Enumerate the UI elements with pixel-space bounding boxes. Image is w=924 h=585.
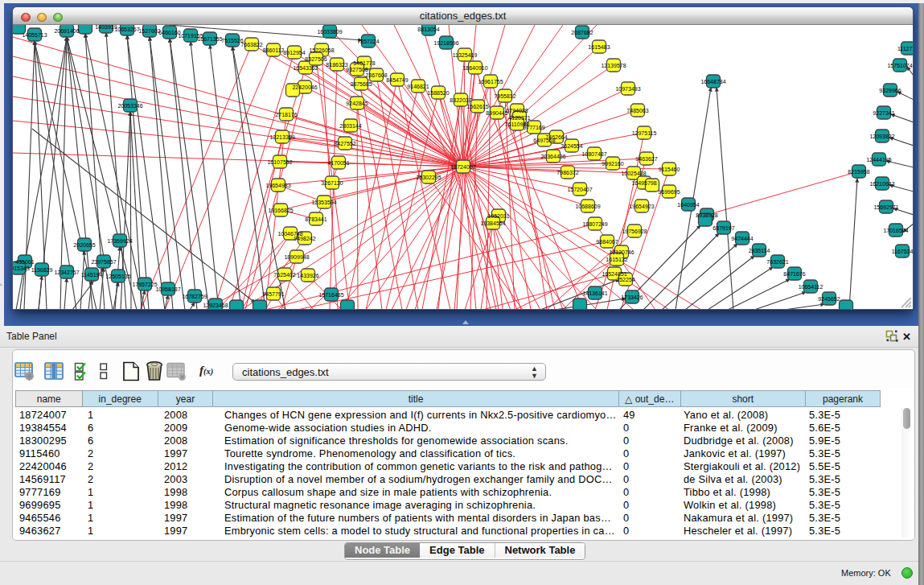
svg-text:7955812: 7955812 bbox=[494, 93, 515, 99]
svg-text:19654983: 19654983 bbox=[265, 183, 290, 188]
svg-text:2367608: 2367608 bbox=[365, 72, 387, 78]
svg-text:9115460: 9115460 bbox=[659, 167, 680, 172]
svg-text:8938928: 8938928 bbox=[696, 212, 717, 218]
svg-text:1615132: 1615132 bbox=[606, 257, 627, 262]
svg-text:8327506: 8327506 bbox=[305, 56, 326, 62]
svg-text:1562615: 1562615 bbox=[466, 104, 488, 109]
svg-text:8186323: 8186323 bbox=[326, 62, 347, 68]
svg-text:16210643: 16210643 bbox=[869, 181, 894, 187]
svg-text:8990445: 8990445 bbox=[486, 110, 507, 116]
svg-text:10025438: 10025438 bbox=[621, 171, 646, 176]
svg-text:1112774: 1112774 bbox=[897, 46, 913, 51]
svg-text:15720407: 15720407 bbox=[567, 187, 592, 192]
svg-text:12975115: 12975115 bbox=[632, 130, 657, 136]
svg-text:1952031: 1952031 bbox=[487, 213, 509, 219]
svg-text:9777169: 9777169 bbox=[523, 125, 544, 130]
svg-text:9327508: 9327508 bbox=[346, 67, 368, 72]
svg-text:12093832: 12093832 bbox=[869, 134, 894, 139]
svg-text:7462664: 7462664 bbox=[545, 134, 567, 140]
svg-text:9463627: 9463627 bbox=[635, 156, 657, 162]
svg-text:8783441: 8783441 bbox=[305, 216, 326, 222]
svg-text:7857224: 7857224 bbox=[357, 39, 379, 44]
svg-text:16033809: 16033809 bbox=[317, 29, 342, 35]
svg-text:1615483: 1615483 bbox=[588, 44, 610, 50]
svg-text:10688609: 10688609 bbox=[575, 204, 600, 209]
svg-text:1145194: 1145194 bbox=[81, 272, 103, 278]
svg-text:9329966: 9329966 bbox=[879, 88, 901, 93]
svg-text:1733426: 1733426 bbox=[621, 295, 643, 300]
svg-text:8860112: 8860112 bbox=[263, 47, 285, 53]
svg-text:1588520: 1588520 bbox=[427, 90, 449, 96]
svg-text:2020655: 2020655 bbox=[73, 242, 95, 248]
svg-text:9992160: 9992160 bbox=[602, 161, 623, 167]
svg-text:23975857: 23975857 bbox=[91, 259, 116, 265]
svg-text:16648784: 16648784 bbox=[700, 79, 725, 84]
svg-text:19756928: 19756928 bbox=[622, 229, 647, 234]
svg-text:8471676: 8471676 bbox=[783, 271, 805, 277]
svg-text:9227341: 9227341 bbox=[873, 110, 894, 116]
svg-text:8427552: 8427552 bbox=[334, 141, 355, 146]
svg-text:9146821: 9146821 bbox=[407, 84, 429, 89]
svg-text:1433926: 1433926 bbox=[297, 273, 318, 278]
svg-text:10958187: 10958187 bbox=[155, 286, 180, 292]
svg-text:1156829: 1156829 bbox=[31, 267, 53, 273]
svg-text:18640910: 18640910 bbox=[462, 65, 487, 71]
svg-text:1640954: 1640954 bbox=[677, 202, 699, 208]
svg-text:7663822: 7663822 bbox=[240, 42, 262, 47]
svg-text:12342757: 12342757 bbox=[54, 270, 79, 275]
svg-text:14136141: 14136141 bbox=[582, 290, 607, 296]
svg-text:8215958: 8215958 bbox=[848, 169, 869, 175]
svg-text:3875685: 3875685 bbox=[350, 81, 372, 87]
svg-text:14055713: 14055713 bbox=[22, 32, 47, 38]
svg-text:12444195: 12444195 bbox=[866, 157, 891, 163]
svg-text:17957225: 17957225 bbox=[132, 282, 157, 287]
svg-text:16120746: 16120746 bbox=[609, 249, 634, 255]
svg-text:16107552: 16107552 bbox=[267, 159, 292, 165]
svg-text:7625402: 7625402 bbox=[273, 272, 295, 278]
svg-text:19384554: 19384554 bbox=[480, 220, 505, 226]
svg-text:12353594: 12353594 bbox=[311, 200, 336, 205]
svg-text:10653267: 10653267 bbox=[114, 27, 139, 32]
svg-text:2935114: 2935114 bbox=[749, 248, 770, 253]
svg-text:10807487: 10807487 bbox=[581, 151, 606, 157]
svg-text:16671355: 16671355 bbox=[197, 36, 222, 42]
svg-text:1527602: 1527602 bbox=[138, 28, 160, 34]
svg-text:18909948: 18909948 bbox=[284, 254, 309, 260]
svg-text:6879197: 6879197 bbox=[713, 225, 734, 231]
svg-text:11325419: 11325419 bbox=[453, 52, 478, 58]
svg-text:15692971: 15692971 bbox=[873, 204, 898, 210]
svg-text:8912954: 8912954 bbox=[283, 50, 305, 56]
svg-text:3624554: 3624554 bbox=[561, 143, 582, 149]
svg-text:20364436: 20364436 bbox=[540, 154, 565, 159]
svg-text:16961755: 16961755 bbox=[478, 79, 503, 84]
svg-text:1167534: 1167534 bbox=[892, 249, 913, 254]
svg-text:10973493: 10973493 bbox=[615, 86, 640, 92]
svg-text:15751074: 15751074 bbox=[887, 63, 912, 68]
svg-text:19218596: 19218596 bbox=[433, 40, 458, 46]
svg-text:4170051: 4170051 bbox=[327, 160, 349, 166]
svg-text:15226058: 15226058 bbox=[309, 47, 334, 53]
svg-text:7485063: 7485063 bbox=[626, 108, 648, 113]
svg-text:5461778: 5461778 bbox=[353, 60, 375, 66]
svg-text:2087682: 2087682 bbox=[571, 30, 593, 35]
svg-text:9245652: 9245652 bbox=[818, 296, 840, 302]
svg-text:8454749: 8454749 bbox=[386, 77, 408, 83]
svg-text:3915343: 3915343 bbox=[13, 266, 30, 271]
svg-text:10654112: 10654112 bbox=[799, 284, 823, 290]
svg-text:7986372: 7986372 bbox=[556, 170, 578, 175]
svg-text:20691406: 20691406 bbox=[54, 28, 79, 34]
svg-text:16495798: 16495798 bbox=[631, 180, 656, 186]
svg-text:9457791: 9457791 bbox=[262, 291, 284, 297]
svg-text:12505135: 12505135 bbox=[105, 274, 130, 279]
svg-text:8813054: 8813054 bbox=[417, 27, 439, 32]
svg-text:435061: 435061 bbox=[15, 259, 34, 265]
svg-text:9242845: 9242845 bbox=[346, 101, 368, 106]
svg-text:9474444: 9474444 bbox=[731, 236, 753, 241]
svg-text:17016504: 17016504 bbox=[883, 228, 908, 233]
svg-text:9699695: 9699695 bbox=[658, 189, 680, 195]
svg-text:2803144: 2803144 bbox=[339, 123, 361, 129]
svg-text:16782759: 16782759 bbox=[182, 294, 207, 299]
svg-text:9498242: 9498242 bbox=[294, 236, 315, 241]
svg-text:18724007: 18724007 bbox=[450, 164, 475, 170]
svg-text:252254: 252254 bbox=[616, 277, 634, 282]
